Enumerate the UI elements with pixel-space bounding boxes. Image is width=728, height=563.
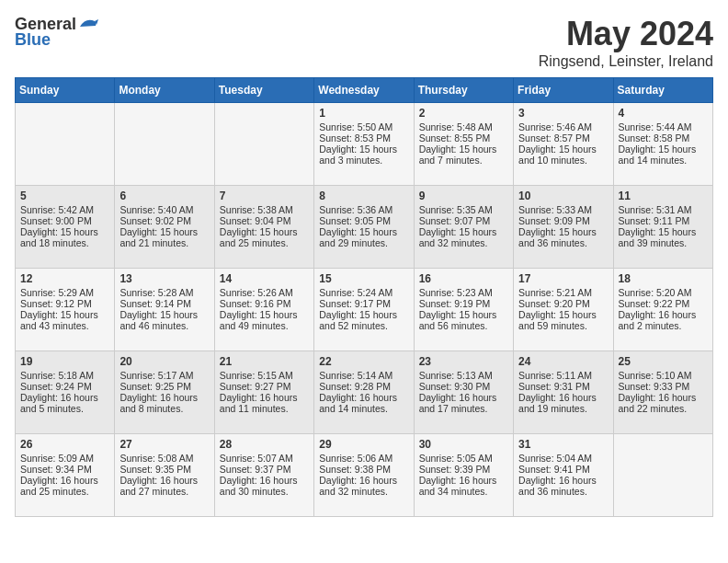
day-number: 13 [119, 272, 209, 285]
day-number: 21 [220, 355, 309, 368]
cell-content-line: Daylight: 15 hours [619, 226, 708, 237]
cell-content-line: and 25 minutes. [20, 486, 109, 497]
weekday-header-monday: Monday [115, 78, 214, 103]
calendar-cell: 17Sunrise: 5:21 AMSunset: 9:20 PMDayligh… [514, 269, 613, 351]
cell-content-line: Sunrise: 5:33 AM [518, 204, 608, 215]
cell-content-line: Sunset: 8:55 PM [419, 132, 508, 144]
calendar-cell: 29Sunrise: 5:06 AMSunset: 9:38 PMDayligh… [314, 434, 414, 517]
cell-content-line: Sunrise: 5:36 AM [319, 204, 408, 215]
calendar-cell: 28Sunrise: 5:07 AMSunset: 9:37 PMDayligh… [214, 434, 313, 517]
cell-content-line: Sunset: 8:53 PM [319, 132, 408, 144]
day-number: 29 [319, 438, 408, 451]
day-number: 30 [419, 438, 508, 451]
cell-content-line: Sunset: 9:27 PM [220, 381, 309, 392]
weekday-header-sunday: Sunday [16, 78, 115, 103]
cell-content-line: Daylight: 16 hours [119, 475, 209, 486]
cell-content-line: Sunrise: 5:44 AM [619, 121, 708, 132]
cell-content-line: and 46 minutes. [119, 320, 209, 331]
cell-content-line: Sunset: 9:05 PM [319, 215, 408, 226]
location-title: Ringsend, Leinster, Ireland [539, 53, 713, 70]
day-number: 2 [419, 107, 508, 120]
cell-content-line: Sunset: 8:57 PM [518, 132, 608, 144]
cell-content-line: Daylight: 16 hours [319, 392, 408, 403]
cell-content-line: and 43 minutes. [20, 320, 109, 331]
cell-content-line: Sunset: 9:02 PM [119, 215, 209, 226]
logo-blue-text: Blue [15, 30, 51, 50]
cell-content-line: Sunset: 9:14 PM [119, 298, 209, 309]
cell-content-line: Sunset: 9:20 PM [518, 298, 608, 309]
weekday-header-tuesday: Tuesday [214, 78, 313, 103]
day-number: 28 [220, 438, 309, 451]
calendar-cell: 4Sunrise: 5:44 AMSunset: 8:58 PMDaylight… [613, 103, 712, 186]
cell-content-line: Sunset: 9:37 PM [220, 464, 309, 475]
calendar-cell: 26Sunrise: 5:09 AMSunset: 9:34 PMDayligh… [16, 434, 115, 517]
calendar-cell: 14Sunrise: 5:26 AMSunset: 9:16 PMDayligh… [214, 269, 313, 351]
cell-content-line: Sunrise: 5:29 AM [20, 287, 109, 298]
calendar-week-row: 5Sunrise: 5:42 AMSunset: 9:00 PMDaylight… [16, 186, 713, 269]
calendar-cell: 13Sunrise: 5:28 AMSunset: 9:14 PMDayligh… [115, 269, 214, 351]
cell-content-line: and 52 minutes. [319, 320, 408, 331]
cell-content-line: and 30 minutes. [220, 486, 309, 497]
cell-content-line: Daylight: 16 hours [419, 392, 508, 403]
cell-content-line: and 36 minutes. [518, 486, 608, 497]
day-number: 4 [619, 107, 708, 120]
cell-content-line: and 17 minutes. [419, 403, 508, 414]
cell-content-line: and 8 minutes. [119, 403, 209, 414]
calendar-cell: 19Sunrise: 5:18 AMSunset: 9:24 PMDayligh… [16, 351, 115, 434]
day-number: 17 [518, 272, 608, 285]
cell-content-line: Sunrise: 5:06 AM [319, 453, 408, 464]
cell-content-line: Sunset: 9:39 PM [419, 464, 508, 475]
day-number: 10 [518, 190, 608, 202]
cell-content-line: Sunrise: 5:10 AM [619, 370, 708, 381]
day-number: 24 [518, 355, 608, 368]
cell-content-line: Daylight: 16 hours [220, 392, 309, 403]
cell-content-line: and 59 minutes. [518, 320, 608, 331]
cell-content-line: Sunset: 9:19 PM [419, 298, 508, 309]
calendar-cell: 18Sunrise: 5:20 AMSunset: 9:22 PMDayligh… [613, 269, 712, 351]
calendar-cell: 8Sunrise: 5:36 AMSunset: 9:05 PMDaylight… [314, 186, 414, 269]
cell-content-line: Sunset: 9:16 PM [220, 298, 309, 309]
cell-content-line: Sunrise: 5:04 AM [518, 453, 608, 464]
calendar-cell: 25Sunrise: 5:10 AMSunset: 9:33 PMDayligh… [613, 351, 712, 434]
day-number: 20 [119, 355, 209, 368]
day-number: 3 [518, 107, 608, 120]
weekday-header-wednesday: Wednesday [314, 78, 414, 103]
cell-content-line: Daylight: 16 hours [319, 475, 408, 486]
calendar-cell: 9Sunrise: 5:35 AMSunset: 9:07 PMDaylight… [414, 186, 513, 269]
cell-content-line: Daylight: 15 hours [20, 309, 109, 320]
cell-content-line: Daylight: 15 hours [419, 144, 508, 155]
cell-content-line: and 11 minutes. [220, 403, 309, 414]
cell-content-line: Sunset: 9:11 PM [619, 215, 708, 226]
cell-content-line: Sunrise: 5:13 AM [419, 370, 508, 381]
day-number: 8 [319, 190, 408, 202]
cell-content-line: and 25 minutes. [220, 237, 309, 248]
cell-content-line: Sunrise: 5:50 AM [319, 121, 408, 132]
day-number: 6 [119, 190, 209, 202]
calendar-week-row: 19Sunrise: 5:18 AMSunset: 9:24 PMDayligh… [16, 351, 713, 434]
cell-content-line: Sunrise: 5:26 AM [220, 287, 309, 298]
cell-content-line: Daylight: 16 hours [20, 392, 109, 403]
cell-content-line: and 5 minutes. [20, 403, 109, 414]
cell-content-line: Sunrise: 5:05 AM [419, 453, 508, 464]
cell-content-line: Daylight: 15 hours [518, 309, 608, 320]
calendar-cell: 10Sunrise: 5:33 AMSunset: 9:09 PMDayligh… [514, 186, 613, 269]
calendar-cell: 15Sunrise: 5:24 AMSunset: 9:17 PMDayligh… [314, 269, 414, 351]
cell-content-line: Sunrise: 5:24 AM [319, 287, 408, 298]
cell-content-line: Sunset: 9:17 PM [319, 298, 408, 309]
cell-content-line: and 34 minutes. [419, 486, 508, 497]
cell-content-line: Daylight: 16 hours [619, 392, 708, 403]
header: General Blue May 2024 Ringsend, Leinster… [15, 15, 713, 70]
cell-content-line: Sunrise: 5:21 AM [518, 287, 608, 298]
cell-content-line: Sunrise: 5:23 AM [419, 287, 508, 298]
cell-content-line: Daylight: 16 hours [20, 475, 109, 486]
cell-content-line: Sunrise: 5:40 AM [119, 204, 209, 215]
cell-content-line: and 27 minutes. [119, 486, 209, 497]
month-title: May 2024 [539, 15, 713, 53]
cell-content-line: Sunset: 9:24 PM [20, 381, 109, 392]
calendar-cell: 7Sunrise: 5:38 AMSunset: 9:04 PMDaylight… [214, 186, 313, 269]
cell-content-line: Daylight: 16 hours [220, 475, 309, 486]
calendar-week-row: 26Sunrise: 5:09 AMSunset: 9:34 PMDayligh… [16, 434, 713, 517]
cell-content-line: Sunrise: 5:17 AM [119, 370, 209, 381]
calendar-cell [115, 103, 214, 186]
day-number: 22 [319, 355, 408, 368]
